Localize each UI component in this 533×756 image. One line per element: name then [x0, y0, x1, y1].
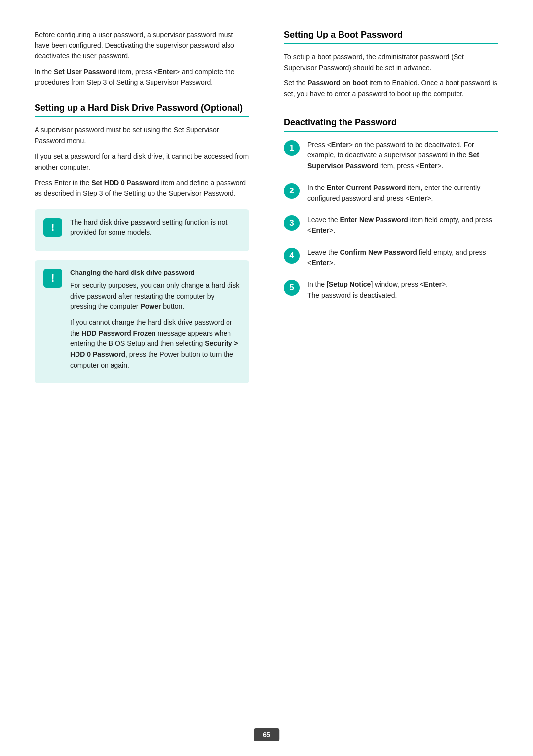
intro-para2: In the Set User Password item, press <En… — [35, 67, 249, 88]
step-5-number: 5 — [284, 280, 300, 296]
boot-heading: Setting Up a Boot Password — [284, 30, 498, 40]
step-2-text: In the Enter Current Password item, ente… — [307, 183, 498, 204]
intro-para1: Before configuring a user password, a su… — [35, 30, 249, 62]
step-3: 3 Leave the Enter New Password item fiel… — [284, 215, 498, 236]
step-2-number: 2 — [284, 183, 300, 199]
boot-para1: To setup a boot password, the administra… — [284, 52, 498, 73]
step-4: 4 Leave the Confirm New Password field e… — [284, 247, 498, 268]
hdd-para3: Press Enter in the Set HDD 0 Password it… — [35, 178, 249, 199]
left-column: Before configuring a user password, a su… — [35, 30, 254, 717]
step-5-text: In the [Setup Notice] window, press <Ent… — [307, 279, 498, 301]
note1-text: The hard disk drive password setting fun… — [70, 217, 240, 238]
boot-para2: Set the Password on boot item to Enabled… — [284, 78, 498, 99]
step-3-text: Leave the Enter New Password item field … — [307, 215, 498, 236]
note2-para2: If you cannot change the hard disk drive… — [70, 317, 240, 371]
step-1: 1 Press <Enter> on the password to be de… — [284, 140, 498, 172]
hdd-section: Setting up a Hard Disk Drive Password (O… — [35, 103, 249, 199]
deactivate-heading: Deactivating the Password — [284, 117, 498, 128]
note-icon-1: ! — [43, 218, 62, 237]
boot-divider — [284, 43, 498, 44]
right-column: Setting Up a Boot Password To setup a bo… — [279, 30, 498, 717]
step-3-number: 3 — [284, 215, 300, 231]
step-4-number: 4 — [284, 248, 300, 264]
hdd-divider — [35, 116, 249, 117]
step-1-text: Press <Enter> on the password to be deac… — [307, 140, 498, 172]
hdd-para1: A supervisor password must be set using … — [35, 125, 249, 146]
step-5: 5 In the [Setup Notice] window, press <E… — [284, 279, 498, 301]
step-4-text: Leave the Confirm New Password field emp… — [307, 247, 498, 268]
hdd-heading: Setting up a Hard Disk Drive Password (O… — [35, 103, 249, 113]
hdd-para2: If you set a password for a hard disk dr… — [35, 151, 249, 173]
deactivate-section: Deactivating the Password 1 Press <Enter… — [284, 117, 498, 301]
deactivate-divider — [284, 131, 498, 132]
note2-para1: For security purposes, you can only chan… — [70, 280, 240, 312]
steps-list: 1 Press <Enter> on the password to be de… — [284, 140, 498, 301]
note-box-1: ! The hard disk drive password setting f… — [35, 209, 249, 251]
note-content-2: Changing the hard disk drive password Fo… — [70, 268, 240, 376]
note-box-2: ! Changing the hard disk drive password … — [35, 260, 249, 383]
note2-title: Changing the hard disk drive password — [70, 268, 240, 278]
boot-section: Setting Up a Boot Password To setup a bo… — [284, 30, 498, 100]
note-icon-2: ! — [43, 269, 62, 288]
page-number: 65 — [254, 728, 279, 741]
step-2: 2 In the Enter Current Password item, en… — [284, 183, 498, 204]
page: Before configuring a user password, a su… — [0, 0, 533, 756]
step-1-number: 1 — [284, 140, 300, 156]
note-content-1: The hard disk drive password setting fun… — [70, 217, 240, 243]
